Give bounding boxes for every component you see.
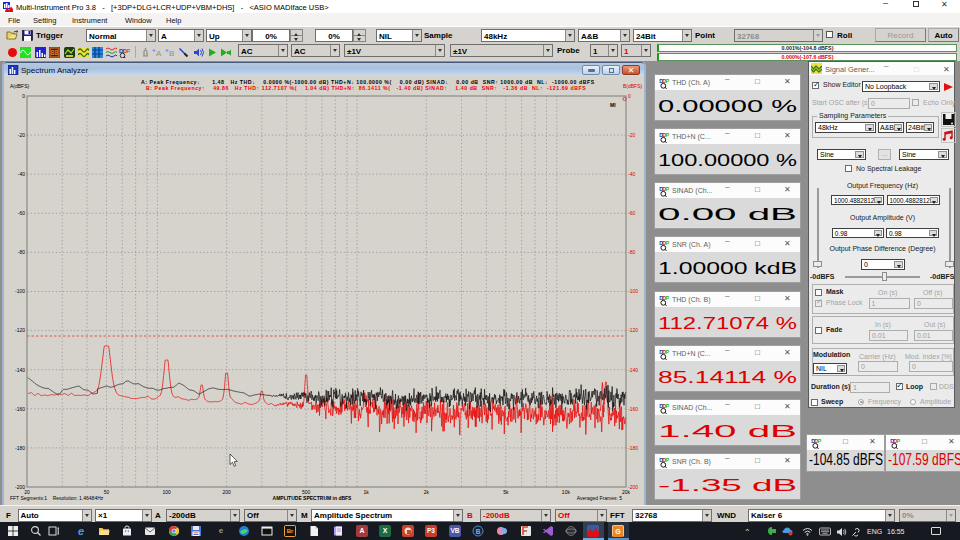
svg-text:DDP: DDP xyxy=(659,186,669,192)
svg-text:AMPLITUDE SPECTRUM in dBFS: AMPLITUDE SPECTRUM in dBFS xyxy=(273,495,353,501)
svg-text:-40: -40 xyxy=(628,171,635,177)
svg-text:DDP: DDP xyxy=(659,240,669,246)
svg-text:1k: 1k xyxy=(364,489,370,495)
svg-text:-60: -60 xyxy=(18,210,25,216)
svg-text:10k: 10k xyxy=(562,489,571,495)
svg-text:5k: 5k xyxy=(503,489,509,495)
svg-text:DDP: DDP xyxy=(890,438,900,444)
svg-text:-60: -60 xyxy=(628,210,635,216)
svg-text:20k: 20k xyxy=(622,489,631,495)
svg-text:MI: MI xyxy=(610,102,616,108)
svg-text:-140: -140 xyxy=(628,367,638,373)
svg-text:DDP: DDP xyxy=(119,47,130,53)
svg-text:-104.85 dBFS: -104.85 dBFS xyxy=(809,451,883,468)
svg-text:B(dBFS): B(dBFS) xyxy=(623,83,643,89)
svg-text:100: 100 xyxy=(162,489,171,495)
svg-text:Averaged Frames: 5: Averaged Frames: 5 xyxy=(577,495,622,501)
svg-text:2k: 2k xyxy=(424,489,430,495)
svg-text:-100: -100 xyxy=(15,288,25,294)
svg-text:-1.35 dB: -1.35 dB xyxy=(658,477,797,494)
svg-text:1.00000 kdB: 1.00000 kdB xyxy=(658,260,797,277)
svg-text:0: 0 xyxy=(628,93,631,99)
svg-text:DDP: DDP xyxy=(659,295,669,301)
svg-text:-140: -140 xyxy=(15,367,25,373)
svg-text:85.14114 %: 85.14114 % xyxy=(658,369,797,386)
svg-text:-80: -80 xyxy=(18,249,25,255)
svg-text:-107.59 dBFS: -107.59 dBFS xyxy=(888,451,960,468)
svg-text:-100: -100 xyxy=(628,288,638,294)
svg-text:50: 50 xyxy=(104,489,110,495)
svg-text:DDP: DDP xyxy=(659,132,669,138)
svg-text:1.40 dB: 1.40 dB xyxy=(658,423,797,440)
svg-text:FFT Segments:1 Resolution:: FFT Segments:1 Resolution: 1.46484Hz xyxy=(10,495,104,501)
svg-text:200: 200 xyxy=(223,489,232,495)
svg-text:-20: -20 xyxy=(18,132,25,138)
svg-text:DDP: DDP xyxy=(811,438,821,444)
svg-text:0.00000 %: 0.00000 % xyxy=(658,98,797,115)
svg-text:DDP: DDP xyxy=(659,403,669,409)
svg-text:0.00 dB: 0.00 dB xyxy=(658,206,797,223)
svg-text:-20: -20 xyxy=(628,132,635,138)
svg-text:0: 0 xyxy=(22,93,25,99)
svg-text:88: 88 xyxy=(51,49,59,56)
svg-text:-40: -40 xyxy=(18,171,25,177)
svg-text:-80: -80 xyxy=(628,249,635,255)
svg-text:-180: -180 xyxy=(628,445,638,451)
svg-text:-160: -160 xyxy=(628,406,638,412)
svg-text:-160: -160 xyxy=(15,406,25,412)
svg-text:B: B xyxy=(476,528,481,535)
svg-text:DDP: DDP xyxy=(659,457,669,463)
svg-text:112.71074 %: 112.71074 % xyxy=(658,315,797,332)
svg-text:A(dBFS): A(dBFS) xyxy=(10,83,30,89)
svg-text:-180: -180 xyxy=(15,445,25,451)
svg-text:100.00000 %: 100.00000 % xyxy=(658,152,797,169)
svg-text:A: A xyxy=(156,49,162,58)
svg-text:B: B xyxy=(169,49,174,58)
svg-text:DDP: DDP xyxy=(659,349,669,355)
svg-text:-120: -120 xyxy=(628,327,638,333)
svg-text:DDP: DDP xyxy=(659,78,669,84)
svg-text:-120: -120 xyxy=(15,327,25,333)
